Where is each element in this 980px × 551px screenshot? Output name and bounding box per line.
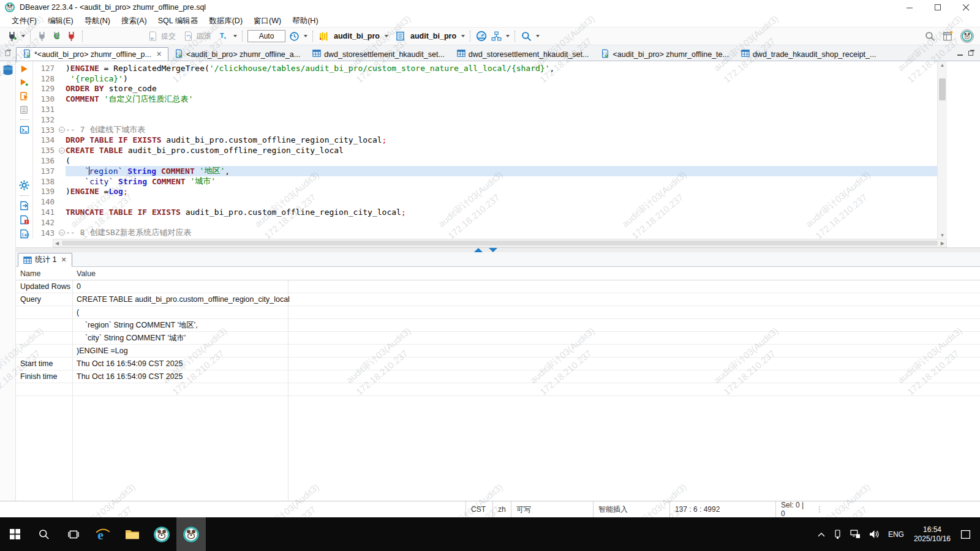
taskbar-search-button[interactable] xyxy=(29,517,59,551)
rollback-icon[interactable] xyxy=(182,30,194,42)
fold-column[interactable]: – xyxy=(58,148,66,154)
taskbar-clock[interactable]: 16:54 2025/10/16 xyxy=(908,525,956,544)
usb-device-icon[interactable] xyxy=(829,517,846,551)
menu-item[interactable]: 帮助(H) xyxy=(287,16,323,26)
input-language-indicator[interactable]: ENG xyxy=(884,517,908,551)
dashboard-button[interactable] xyxy=(475,30,488,42)
table-row[interactable]: QueryCREATE TABLE audit_bi_pro.custom_of… xyxy=(16,293,980,306)
editor-tab[interactable]: dwd_trade_hkaudit_shop_receipt_... xyxy=(735,47,883,61)
execution-plan-button[interactable] xyxy=(490,30,502,42)
code-line[interactable]: 141TRUNCATE TABLE IF EXISTS audit_bi_pro… xyxy=(33,207,937,217)
code-line[interactable]: 129ORDER BY store_code xyxy=(33,84,937,94)
chevron-down-icon[interactable] xyxy=(506,35,510,37)
fold-collapse-icon[interactable]: – xyxy=(59,127,65,133)
profile-avatar[interactable] xyxy=(960,29,974,43)
code-line[interactable]: 135–CREATE TABLE audit_bi_pro.custom_off… xyxy=(33,145,937,156)
editor-tab[interactable]: <audit_bi_pro> zhumr_offline_a... xyxy=(168,47,306,61)
menu-item[interactable]: 文件(F) xyxy=(6,16,42,26)
menu-item[interactable]: SQL 编辑器 xyxy=(153,16,204,26)
code-line[interactable]: 132 xyxy=(33,114,937,125)
dbeaver-app-button-active[interactable] xyxy=(176,517,206,551)
fold-collapse-icon[interactable]: – xyxy=(59,230,65,236)
code-line[interactable]: 140 xyxy=(33,197,937,207)
tray-expand-icon[interactable] xyxy=(813,517,829,551)
maximize-button[interactable] xyxy=(924,0,952,15)
horizontal-scrollbar[interactable]: ◀ ▶ xyxy=(53,239,947,247)
reconnect-button[interactable] xyxy=(50,30,62,42)
code-line[interactable]: 127)ENGINE = ReplicatedMergeTree('/click… xyxy=(33,63,937,73)
tab-statistics[interactable]: 统计 1 ✕ xyxy=(18,253,72,267)
disconnect-button[interactable] xyxy=(36,30,48,42)
code-line[interactable]: 139)ENGINE =Log; xyxy=(33,187,937,197)
column-header-name[interactable]: Name xyxy=(16,269,72,278)
table-row[interactable]: `city` String COMMENT '城市' xyxy=(16,332,980,345)
file-explorer-button[interactable] xyxy=(118,517,147,551)
chevron-down-icon[interactable] xyxy=(461,35,465,37)
vertical-scroll-thumb[interactable] xyxy=(939,78,946,100)
maximize-panel-icon[interactable] xyxy=(968,48,975,59)
chevron-down-icon[interactable] xyxy=(304,35,307,37)
task-view-button[interactable] xyxy=(59,517,88,551)
horizontal-scroll-thumb[interactable] xyxy=(62,241,938,246)
column-header-value[interactable]: Value xyxy=(72,269,96,278)
status-writable[interactable]: 可写 xyxy=(511,501,593,517)
scroll-down-icon[interactable]: ▼ xyxy=(938,231,947,239)
rollback-button[interactable]: 回滚 xyxy=(197,31,211,42)
transaction-log-icon[interactable] xyxy=(288,30,300,42)
table-row[interactable]: Updated Rows0 xyxy=(16,280,980,293)
open-perspective-icon[interactable] xyxy=(942,30,954,42)
table-row[interactable]: )ENGINE =Log xyxy=(16,345,980,358)
code-line[interactable]: 143–-- 8 创建SBZ新老系统店铺对应表 xyxy=(33,228,937,238)
scroll-up-icon[interactable]: ▲ xyxy=(938,61,947,69)
chevron-down-icon[interactable] xyxy=(536,35,540,37)
execute-new-tab-button[interactable] xyxy=(19,78,30,87)
menu-item[interactable]: 窗口(W) xyxy=(248,16,287,26)
action-center-icon[interactable] xyxy=(956,517,975,551)
code-line[interactable]: 142 xyxy=(33,217,937,228)
menu-item[interactable]: 编辑(E) xyxy=(42,16,79,26)
internet-explorer-button[interactable]: e xyxy=(88,517,118,551)
close-button[interactable] xyxy=(952,0,980,15)
scroll-left-icon[interactable]: ◀ xyxy=(55,241,59,246)
table-row[interactable]: `region` String COMMENT '地区', xyxy=(16,319,980,332)
code-editor[interactable]: 127)ENGINE = ReplicatedMergeTree('/click… xyxy=(33,61,937,239)
menu-item[interactable]: 导航(N) xyxy=(79,16,116,26)
explain-plan-button[interactable] xyxy=(19,105,30,114)
validate-script-button[interactable]: ! xyxy=(19,215,30,225)
editor-area-handle[interactable] xyxy=(0,45,16,61)
close-icon[interactable]: ✕ xyxy=(156,50,162,58)
editor-tab[interactable]: <audit_bi_pro> zhumr_offline_te... xyxy=(595,47,734,61)
split-sash[interactable] xyxy=(16,247,980,252)
menu-item[interactable]: 搜索(A) xyxy=(116,16,153,26)
database-navigator-icon[interactable] xyxy=(2,64,14,79)
start-button[interactable] xyxy=(0,517,29,551)
new-connection-button[interactable] xyxy=(6,30,18,42)
code-line[interactable]: 131 xyxy=(33,104,937,114)
status-timezone[interactable]: CST xyxy=(466,501,492,517)
database-select[interactable]: audit_bi_pro xyxy=(334,32,380,40)
code-line[interactable]: 128 '{replica}') xyxy=(33,73,937,84)
table-row[interactable] xyxy=(16,383,980,396)
status-language[interactable]: zh xyxy=(492,501,511,517)
execute-script-button[interactable] xyxy=(19,91,30,101)
settings-gear-icon[interactable] xyxy=(19,180,30,190)
minimize-button[interactable] xyxy=(895,0,924,15)
transaction-mode-button[interactable]: T xyxy=(217,30,230,42)
code-line[interactable]: 133–-- 7 创建线下城市表 xyxy=(33,125,937,135)
editor-tab[interactable]: dwd_storesettlement_hkaudit_set... xyxy=(306,47,451,61)
vertical-scrollbar[interactable]: ▲ ▼ xyxy=(937,61,947,239)
status-caret-position[interactable]: 137 : 6 : 4992 xyxy=(669,501,775,517)
execute-statement-button[interactable] xyxy=(19,64,30,73)
maximize-editor-icon[interactable] xyxy=(474,248,483,252)
commit-icon[interactable] xyxy=(146,30,159,42)
scroll-right-icon[interactable]: ▶ xyxy=(941,241,944,246)
maximize-results-icon[interactable] xyxy=(489,248,497,252)
chevron-down-icon[interactable] xyxy=(21,35,25,37)
code-line[interactable]: 137 `region` String COMMENT '地区', xyxy=(33,166,937,176)
dbeaver-app-button[interactable] xyxy=(147,517,176,551)
code-line[interactable]: 130COMMENT '自定义门店性质汇总表' xyxy=(33,94,937,104)
autocommit-combo[interactable]: Auto xyxy=(247,30,285,42)
schema-select[interactable]: audit_bi_pro xyxy=(410,32,456,40)
chevron-down-icon[interactable] xyxy=(233,35,237,37)
sql-console-button[interactable] xyxy=(19,125,30,135)
